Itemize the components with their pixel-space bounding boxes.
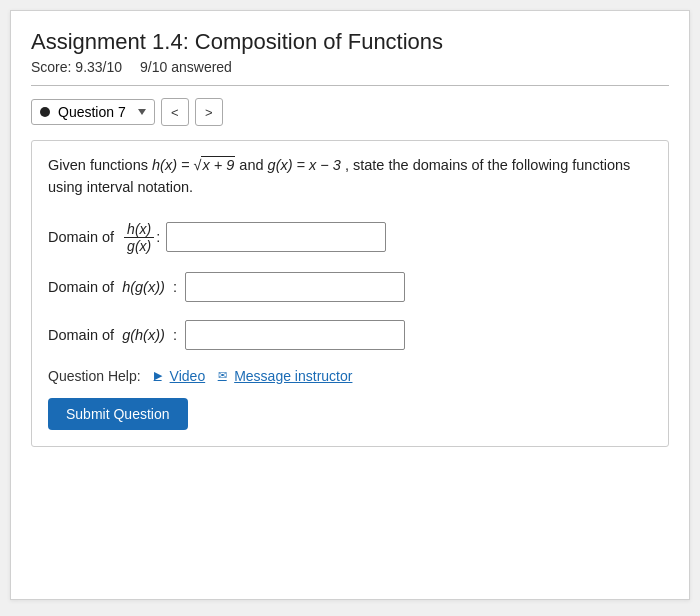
envelope-icon: ✉ bbox=[213, 369, 231, 383]
domain3-input[interactable] bbox=[185, 320, 405, 350]
question-text-part1: Given functions bbox=[48, 157, 152, 173]
domain1-colon: : bbox=[156, 229, 160, 245]
message-instructor-label: Message instructor bbox=[234, 368, 352, 384]
question-label: Question 7 bbox=[58, 104, 126, 120]
answered: 9/10 answered bbox=[140, 59, 232, 75]
submit-label: Submit Question bbox=[66, 406, 170, 422]
question-help-row: Question Help: ▶ Video ✉ Message instruc… bbox=[48, 368, 652, 384]
domain3-label: Domain of g(h(x)) : bbox=[48, 327, 177, 343]
h-definition: h(x) = √x + 9 bbox=[152, 156, 235, 173]
fraction-denominator: g(x) bbox=[124, 238, 154, 254]
video-icon: ▶ bbox=[149, 369, 167, 383]
question-dot bbox=[40, 107, 50, 117]
message-instructor-link[interactable]: ✉ Message instructor bbox=[213, 368, 352, 384]
domain1-label: Domain of bbox=[48, 229, 114, 245]
domain-row-1: Domain of h(x) g(x) : bbox=[48, 221, 652, 254]
domain2-label: Domain of h(g(x)) : bbox=[48, 279, 177, 295]
next-question-button[interactable]: > bbox=[195, 98, 223, 126]
and-text: and bbox=[239, 157, 267, 173]
page-container: Assignment 1.4: Composition of Functions… bbox=[10, 10, 690, 600]
video-link[interactable]: ▶ Video bbox=[149, 368, 206, 384]
domain1-input[interactable] bbox=[166, 222, 386, 252]
score: Score: 9.33/10 bbox=[31, 59, 122, 75]
fraction-numerator: h(x) bbox=[124, 221, 154, 238]
question-select[interactable]: Question 7 bbox=[31, 99, 155, 125]
domain-row-3: Domain of g(h(x)) : bbox=[48, 320, 652, 350]
question-text: Given functions h(x) = √x + 9 and g(x) =… bbox=[48, 155, 652, 199]
fraction-h-over-g: h(x) g(x) bbox=[124, 221, 154, 254]
help-label: Question Help: bbox=[48, 368, 141, 384]
g-definition: g(x) = x − 3 bbox=[268, 157, 341, 173]
page-title: Assignment 1.4: Composition of Functions bbox=[31, 29, 669, 55]
prev-question-button[interactable]: < bbox=[161, 98, 189, 126]
chevron-down-icon bbox=[138, 109, 146, 115]
submit-question-button[interactable]: Submit Question bbox=[48, 398, 188, 430]
domain-row-2: Domain of h(g(x)) : bbox=[48, 272, 652, 302]
question-nav: Question 7 < > bbox=[31, 98, 669, 126]
video-link-label: Video bbox=[170, 368, 206, 384]
domain2-input[interactable] bbox=[185, 272, 405, 302]
question-box: Given functions h(x) = √x + 9 and g(x) =… bbox=[31, 140, 669, 447]
divider bbox=[31, 85, 669, 86]
